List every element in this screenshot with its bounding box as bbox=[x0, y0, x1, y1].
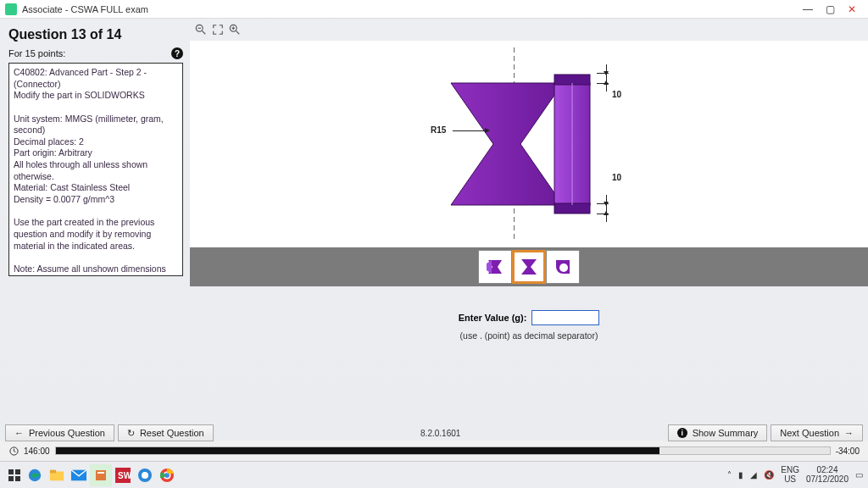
minimize-button[interactable]: — bbox=[797, 3, 819, 15]
svg-marker-13 bbox=[521, 259, 537, 274]
maximize-button[interactable]: ▢ bbox=[819, 3, 841, 15]
clock-icon bbox=[8, 446, 19, 456]
battery-icon[interactable]: ▮ bbox=[738, 470, 743, 480]
mail-icon[interactable] bbox=[68, 464, 90, 486]
svg-rect-16 bbox=[8, 469, 14, 474]
q-block: Unit system: MMGS (millimeter, gram, sec… bbox=[14, 114, 178, 206]
q-line: C40802: Advanced Part - Step 2 - (Connec… bbox=[14, 67, 178, 90]
tray-chevron-icon[interactable]: ˄ bbox=[727, 470, 732, 480]
thumbnail-view-2[interactable] bbox=[512, 250, 546, 284]
svg-point-29 bbox=[142, 472, 148, 479]
tray-date: 07/12/2020 bbox=[806, 475, 849, 485]
app-icon-2[interactable] bbox=[134, 464, 156, 486]
btn-label: Reset Question bbox=[140, 428, 204, 438]
svg-rect-18 bbox=[8, 476, 14, 481]
edge-icon[interactable] bbox=[24, 464, 46, 486]
nav-bar: ← Previous Question ↻ Reset Question 8.2… bbox=[0, 422, 868, 441]
progress-fill bbox=[56, 447, 659, 454]
thumbnail-bar bbox=[190, 247, 868, 286]
wifi-icon[interactable]: ◢ bbox=[750, 470, 757, 480]
thumbnail-view-3[interactable] bbox=[546, 250, 580, 284]
lang-2: US bbox=[784, 475, 796, 485]
arrow-right-icon: → bbox=[844, 428, 854, 438]
file-explorer-icon[interactable] bbox=[46, 464, 68, 486]
main-area: Question 13 of 14 For 15 points: ? C4080… bbox=[0, 19, 868, 441]
previous-question-button[interactable]: ← Previous Question bbox=[5, 424, 114, 441]
viewer-toolbar bbox=[190, 19, 868, 41]
entry-hint: (use . (point) as decimal separator) bbox=[460, 330, 598, 341]
dim-line bbox=[606, 195, 607, 222]
svg-rect-22 bbox=[50, 469, 56, 473]
leader-line bbox=[453, 130, 485, 131]
btn-label: Show Summary bbox=[693, 428, 759, 438]
lang-1: ENG bbox=[781, 466, 799, 475]
arrow-down-icon bbox=[604, 71, 609, 75]
entry-label: Enter Value (g): bbox=[459, 313, 527, 323]
dim-bot10: 10 bbox=[612, 173, 621, 182]
q-block: Use the part created in the previous que… bbox=[14, 217, 178, 252]
notifications-icon[interactable]: ▭ bbox=[855, 470, 863, 480]
zoom-fit-icon[interactable] bbox=[212, 24, 224, 36]
reset-icon: ↻ bbox=[127, 428, 135, 439]
viewer-panel: R15 10 10 bbox=[190, 19, 868, 441]
version-label: 8.2.0.1601 bbox=[217, 429, 665, 438]
q-line: Modify the part in SOLIDWORKS bbox=[14, 90, 178, 102]
close-button[interactable]: ✕ bbox=[841, 3, 863, 15]
next-question-button[interactable]: Next Question → bbox=[771, 424, 863, 441]
progress-row: 146:00 -34:00 bbox=[0, 444, 868, 459]
svg-rect-17 bbox=[15, 469, 20, 474]
svg-rect-24 bbox=[96, 470, 106, 480]
svg-marker-12 bbox=[487, 260, 492, 274]
question-text-box: C40802: Advanced Part - Step 2 - (Connec… bbox=[8, 63, 183, 276]
answer-input[interactable] bbox=[531, 310, 599, 325]
points-label: For 15 points: bbox=[8, 48, 65, 58]
start-button[interactable] bbox=[5, 466, 24, 485]
svg-line-1 bbox=[202, 30, 205, 34]
arrow-up-icon bbox=[604, 80, 609, 85]
svg-rect-19 bbox=[15, 476, 20, 481]
question-title: Question 13 of 14 bbox=[8, 27, 183, 42]
btn-label: Previous Question bbox=[29, 428, 105, 438]
svg-text:SW: SW bbox=[118, 471, 131, 480]
svg-point-14 bbox=[559, 263, 568, 272]
zoom-in-icon[interactable] bbox=[229, 24, 241, 36]
tray-time: 02:24 bbox=[816, 466, 837, 475]
dim-line bbox=[606, 64, 607, 92]
svg-line-4 bbox=[236, 30, 239, 34]
language-indicator[interactable]: ENG US bbox=[781, 466, 799, 484]
dim-r15: R15 bbox=[431, 125, 446, 135]
leader-arrow-icon bbox=[485, 128, 490, 133]
question-panel: Question 13 of 14 For 15 points: ? C4080… bbox=[0, 19, 190, 441]
clock[interactable]: 02:24 07/12/2020 bbox=[806, 466, 849, 484]
titlebar: Associate - CSWA FULL exam — ▢ ✕ bbox=[0, 0, 868, 19]
answer-entry-area: Enter Value (g): (use . (point) as decim… bbox=[190, 286, 868, 441]
app-icon bbox=[5, 3, 17, 15]
arrow-up-icon bbox=[604, 211, 609, 215]
svg-rect-25 bbox=[97, 472, 104, 474]
btn-label: Next Question bbox=[780, 428, 839, 438]
remaining-time: -34:00 bbox=[836, 446, 860, 456]
help-icon[interactable]: ? bbox=[171, 47, 183, 59]
elapsed-time: 146:00 bbox=[24, 446, 50, 456]
arrow-left-icon: ← bbox=[14, 428, 24, 438]
show-summary-button[interactable]: i Show Summary bbox=[668, 424, 768, 441]
progress-bar[interactable] bbox=[55, 446, 831, 455]
solidworks-icon[interactable]: SW bbox=[112, 464, 134, 486]
reset-question-button[interactable]: ↻ Reset Question bbox=[118, 424, 214, 441]
dim-top10: 10 bbox=[612, 90, 621, 99]
info-icon: i bbox=[677, 428, 687, 438]
zoom-out-icon[interactable] bbox=[195, 24, 207, 36]
system-tray: ˄ ▮ ◢ 🔇 ENG US 02:24 07/12/2020 ▭ bbox=[727, 466, 863, 484]
drawing-canvas[interactable]: R15 10 10 bbox=[190, 41, 868, 247]
windows-taskbar: SW ˄ ▮ ◢ 🔇 ENG US 02:24 07/12/2020 ▭ bbox=[0, 461, 868, 488]
chrome-icon[interactable] bbox=[156, 464, 178, 486]
app-icon-1[interactable] bbox=[90, 464, 112, 486]
thumbnail-view-1[interactable] bbox=[478, 250, 512, 284]
part-drawing bbox=[436, 68, 622, 220]
sound-icon[interactable]: 🔇 bbox=[764, 470, 774, 480]
q-block: Note: Assume all unshown dimensions are … bbox=[14, 263, 178, 276]
window-title: Associate - CSWA FULL exam bbox=[22, 4, 797, 14]
arrow-down-icon bbox=[604, 202, 609, 206]
